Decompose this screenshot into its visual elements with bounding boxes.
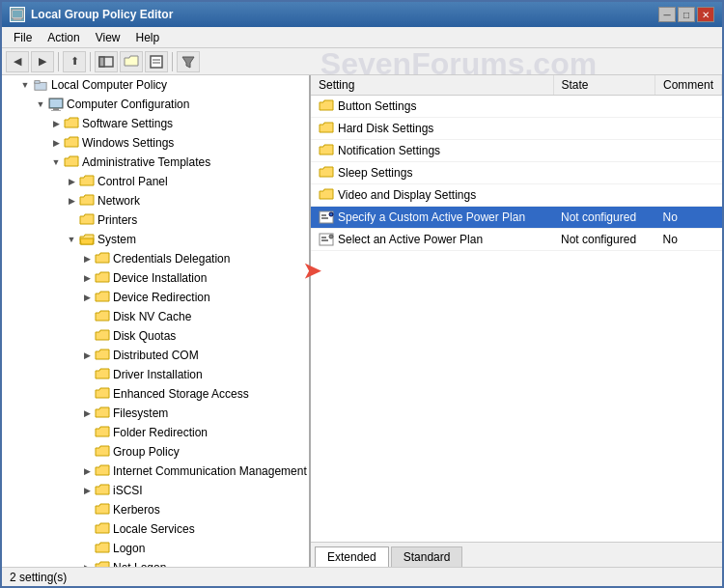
- tree-item-root[interactable]: ▼ Local Computer Policy: [2, 75, 309, 95]
- folder-icon: [95, 484, 110, 497]
- status-bar: 2 setting(s): [2, 567, 722, 586]
- tree-item-windows[interactable]: ▶ Windows Settings: [2, 133, 309, 153]
- tree-item-filesystem[interactable]: ▶ Filesystem: [2, 404, 309, 423]
- title-bar: Local Group Policy Editor ─ □ ✕: [2, 2, 722, 27]
- expand-icon[interactable]: ▶: [79, 251, 95, 266]
- expand-icon[interactable]: ▶: [79, 406, 95, 421]
- filter-button[interactable]: [177, 51, 200, 72]
- expand-icon[interactable]: ▼: [48, 154, 64, 170]
- expand-icon[interactable]: ▶: [79, 290, 95, 305]
- table-row[interactable]: Notification Settings: [311, 140, 722, 162]
- table-row[interactable]: Video and Display Settings: [311, 184, 722, 207]
- tree-item-devredir[interactable]: ▶ Device Redirection: [2, 288, 309, 307]
- expand-icon[interactable]: ▼: [33, 97, 48, 112]
- setting-cell: Specify a Custom Active Power Plan: [311, 207, 553, 229]
- tree-item-devinst[interactable]: ▶ Device Installation: [2, 268, 309, 288]
- col-state[interactable]: State: [553, 75, 654, 96]
- tab-extended[interactable]: Extended: [315, 546, 389, 567]
- comment-cell: [654, 162, 721, 184]
- svg-rect-13: [53, 108, 59, 110]
- expand-icon[interactable]: ▶: [79, 348, 95, 363]
- tree-item-internetcomm[interactable]: ▶ Internet Communication Management: [2, 462, 309, 481]
- tree-item-control[interactable]: ▶ Control Panel: [2, 172, 309, 191]
- show-hide-button[interactable]: [95, 51, 118, 72]
- folder-icon: [95, 387, 110, 401]
- folder-icon: [95, 368, 110, 381]
- main-window: Local Group Policy Editor ─ □ ✕ File Act…: [0, 0, 724, 588]
- col-setting[interactable]: Setting: [311, 75, 553, 96]
- folder-icon: [95, 426, 110, 439]
- tree-item-netlogon[interactable]: ▶ Net Logon: [2, 558, 309, 567]
- setting-label: Specify a Custom Active Power Plan: [338, 210, 525, 224]
- tree-item-logon[interactable]: ▶ Logon: [2, 539, 309, 558]
- tab-standard[interactable]: Standard: [391, 546, 463, 567]
- up-button[interactable]: ⬆: [63, 51, 86, 72]
- properties-button[interactable]: [145, 51, 168, 72]
- window-controls: ─ □ ✕: [658, 7, 714, 22]
- folder-button[interactable]: [120, 51, 143, 72]
- menu-help[interactable]: Help: [128, 29, 168, 45]
- tree-item-iscsi[interactable]: ▶ iSCSI: [2, 481, 309, 500]
- tree-item-grouppolicy[interactable]: ▶ Group Policy: [2, 442, 309, 462]
- expand-icon[interactable]: ▶: [79, 270, 95, 286]
- forward-button[interactable]: ▶: [31, 51, 54, 72]
- tree-item-disknv[interactable]: ▶ Disk NV Cache: [2, 307, 309, 326]
- expand-icon[interactable]: ▶: [79, 463, 95, 479]
- minimize-button[interactable]: ─: [658, 7, 676, 22]
- table-row[interactable]: Button Settings: [311, 96, 722, 118]
- table-row[interactable]: Sleep Settings: [311, 162, 722, 184]
- state-cell: Not configured: [553, 229, 654, 251]
- root-icon: [33, 78, 48, 92]
- menu-action[interactable]: Action: [40, 29, 87, 45]
- folder-icon: [95, 329, 110, 343]
- expand-icon[interactable]: ▶: [64, 174, 79, 189]
- tree-item-printers[interactable]: ▶ Printers: [2, 210, 309, 230]
- tree-item-admin[interactable]: ▼ Administrative Templates: [2, 153, 309, 172]
- expand-icon[interactable]: ▶: [48, 116, 64, 131]
- table-row[interactable]: Hard Disk Settings: [311, 118, 722, 140]
- expand-icon[interactable]: ▶: [64, 193, 79, 209]
- comment-cell: [654, 140, 721, 162]
- computer-icon: [48, 97, 64, 112]
- menu-view[interactable]: View: [88, 29, 128, 45]
- root-label: Local Computer Policy: [51, 78, 167, 92]
- setting-label: Hard Disk Settings: [338, 122, 433, 135]
- expand-icon[interactable]: ▶: [79, 483, 95, 498]
- maximize-button[interactable]: □: [678, 7, 695, 22]
- tree-item-locale[interactable]: ▶ Locale Services: [2, 519, 309, 539]
- expand-icon[interactable]: ▼: [64, 232, 79, 247]
- comment-cell: No: [654, 229, 721, 251]
- app-icon: [10, 7, 25, 22]
- tree-item-kerberos[interactable]: ▶ Kerberos: [2, 500, 309, 519]
- tree-item-network[interactable]: ▶ Network: [2, 191, 309, 210]
- iscsi-label: iSCSI: [113, 484, 143, 497]
- tree-item-software[interactable]: ▶ Software Settings: [2, 114, 309, 133]
- devredir-label: Device Redirection: [113, 291, 210, 304]
- table-row[interactable]: Select an Active Power Plan Not configur…: [311, 229, 722, 251]
- tree-item-distcom[interactable]: ▶ Distributed COM: [2, 346, 309, 365]
- tree-item-system[interactable]: ▼ System: [2, 230, 309, 249]
- tree-item-folderredir[interactable]: ▶ Folder Redirection: [2, 423, 309, 442]
- table-row-selected[interactable]: Specify a Custom Active Power Plan Not c…: [311, 207, 722, 229]
- expand-icon[interactable]: ▶: [48, 135, 64, 151]
- menu-file[interactable]: File: [6, 29, 40, 45]
- folder-icon: [95, 291, 110, 304]
- close-button[interactable]: ✕: [697, 7, 714, 22]
- tree-item-driverinst[interactable]: ▶ Driver Installation: [2, 365, 309, 384]
- toolbar-separator-1: [58, 52, 59, 71]
- back-button[interactable]: ◀: [6, 51, 29, 72]
- driverinst-label: Driver Installation: [113, 368, 203, 381]
- tree-item-diskquota[interactable]: ▶ Disk Quotas: [2, 326, 309, 346]
- toolbar-separator-2: [90, 52, 91, 71]
- tree-item-cred[interactable]: ▶ Credentials Delegation: [2, 249, 309, 268]
- diskquota-label: Disk Quotas: [113, 329, 176, 343]
- setting-cell: Sleep Settings: [311, 162, 553, 184]
- expand-icon[interactable]: ▶: [79, 560, 95, 567]
- tree-item-enhstorage[interactable]: ▶ Enhanced Storage Access: [2, 384, 309, 404]
- col-comment[interactable]: Comment: [654, 75, 721, 96]
- expand-icon[interactable]: ▼: [17, 77, 33, 93]
- tree-item-computer[interactable]: ▼ Computer Configuration: [2, 95, 309, 114]
- windows-label: Windows Settings: [82, 136, 174, 150]
- computer-label: Computer Configuration: [67, 98, 189, 111]
- menu-bar: File Action View Help: [2, 27, 722, 48]
